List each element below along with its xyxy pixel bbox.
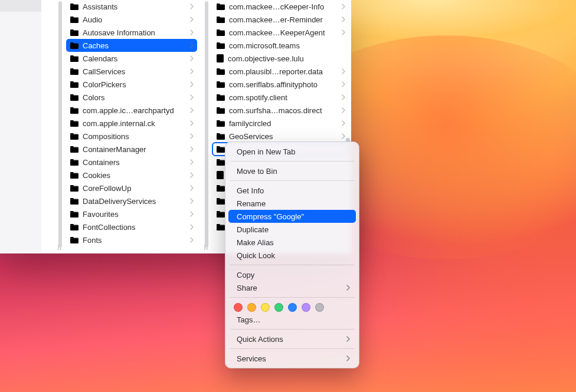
folder-icon	[70, 172, 79, 179]
chevron-right-icon	[190, 4, 194, 9]
menu-item[interactable]: Quick Actions	[228, 332, 356, 345]
context-menu: Open in New TabMove to BinGet InfoRename…	[225, 141, 359, 368]
list-item-label: ColorPickers	[83, 80, 186, 89]
chevron-right-icon	[346, 355, 350, 361]
menu-separator	[230, 329, 354, 330]
chevron-right-icon	[190, 224, 194, 230]
menu-item[interactable]: Compress "Google"	[228, 210, 356, 223]
folder-icon	[216, 133, 225, 140]
menu-item[interactable]: Open in New Tab	[228, 145, 356, 158]
tag-orange[interactable]	[247, 303, 256, 312]
chevron-right-icon	[342, 4, 345, 9]
list-item[interactable]: CallServices	[66, 65, 197, 78]
menu-item[interactable]: Copy	[228, 268, 356, 281]
menu-item[interactable]: Get Info	[228, 184, 356, 197]
list-item[interactable]: Caches	[66, 39, 197, 52]
resize-handle-icon[interactable]: ||	[58, 243, 62, 250]
list-item-label: com.microsoft.teams	[229, 41, 345, 50]
chevron-right-icon	[346, 336, 350, 342]
folder-icon	[70, 16, 79, 24]
list-item-label: com.objective-see.lulu	[228, 54, 345, 63]
list-item[interactable]: GeoServices	[212, 130, 349, 143]
menu-item-label: Make Alias	[237, 238, 274, 247]
tag-blue[interactable]	[288, 303, 297, 312]
list-item-label: Containers	[83, 158, 186, 167]
list-item[interactable]: Audio	[66, 13, 197, 26]
folder-icon	[70, 3, 79, 11]
folder-icon	[70, 42, 79, 50]
menu-item[interactable]: Quick Look	[228, 249, 356, 262]
tags-row	[225, 301, 359, 313]
chevron-right-icon	[190, 17, 194, 22]
list-item[interactable]: Containers	[66, 156, 197, 169]
menu-item[interactable]: Rename	[228, 197, 356, 210]
list-item[interactable]: Favourites	[66, 207, 197, 220]
folder-icon	[216, 120, 225, 127]
list-item-label: Autosave Information	[83, 28, 186, 37]
list-item[interactable]: com.mackee…KeeperAgent	[212, 26, 349, 39]
menu-item-label: Tags…	[237, 315, 260, 324]
list-item-label: FontCollections	[83, 223, 186, 232]
tag-red[interactable]	[234, 303, 243, 312]
folder-icon	[70, 120, 79, 127]
list-item[interactable]: DataDeliveryServices	[66, 195, 197, 207]
list-item[interactable]: Colors	[66, 91, 197, 104]
list-item[interactable]: com.objective-see.lulu	[212, 52, 349, 65]
menu-item-label: Open in New Tab	[237, 147, 296, 156]
finder-column-0-selected-row[interactable]	[0, 0, 41, 12]
list-item[interactable]: com.spotify.client	[212, 91, 349, 104]
list-item-label: DataDeliveryServices	[83, 197, 186, 206]
menu-item[interactable]: Move to Bin	[228, 164, 356, 177]
list-item[interactable]: Calendars	[66, 52, 197, 65]
menu-separator	[230, 180, 354, 181]
list-item-label: com.seriflabs.affinityphoto	[229, 80, 338, 89]
list-item[interactable]: Compositions	[66, 130, 197, 143]
tag-yellow[interactable]	[261, 303, 270, 312]
menu-item[interactable]: Share	[228, 281, 356, 294]
list-item[interactable]: com.mackee…cKeeper-Info	[212, 0, 349, 13]
resize-handle-icon[interactable]: ||	[204, 243, 208, 250]
folder-icon	[216, 159, 225, 166]
list-item[interactable]: FontCollections	[66, 220, 197, 233]
list-item[interactable]: Autosave Information	[66, 26, 197, 39]
list-item[interactable]: com.apple.internal.ck	[66, 117, 197, 130]
list-item[interactable]: CoreFollowUp	[66, 182, 197, 195]
folder-icon	[216, 185, 225, 192]
folder-icon	[70, 81, 79, 88]
list-item[interactable]: familycircled	[212, 117, 349, 130]
list-item[interactable]: Fonts	[66, 233, 197, 246]
menu-item[interactable]: Duplicate	[228, 223, 356, 236]
finder-column-0	[0, 0, 41, 253]
chevron-right-icon	[190, 159, 194, 165]
menu-item-label: Copy	[237, 271, 254, 279]
tag-purple[interactable]	[302, 303, 310, 312]
folder-icon	[70, 68, 79, 75]
tag-gray[interactable]	[315, 303, 324, 312]
chevron-right-icon	[342, 133, 345, 139]
list-item[interactable]: com.surfsha…macos.direct	[212, 104, 349, 117]
list-item[interactable]: com.apple.ic…earchpartyd	[66, 104, 197, 117]
list-item[interactable]: ContainerManager	[66, 143, 197, 156]
chevron-right-icon	[342, 94, 345, 100]
tag-green[interactable]	[274, 303, 283, 312]
menu-separator	[230, 265, 354, 265]
list-item-label: Cookies	[83, 171, 186, 180]
chevron-right-icon	[190, 29, 194, 35]
column-divider[interactable]: ||	[199, 0, 210, 253]
column-divider[interactable]: ||	[41, 0, 64, 253]
list-item[interactable]: com.mackee…er-Reminder	[212, 13, 349, 26]
folder-icon	[216, 81, 225, 88]
list-item[interactable]: com.seriflabs.affinityphoto	[212, 78, 349, 91]
chevron-right-icon	[342, 29, 345, 35]
list-item[interactable]: com.plausibl…reporter.data	[212, 65, 349, 78]
menu-item[interactable]: Tags…	[228, 313, 356, 326]
list-item-label: com.mackee…er-Reminder	[229, 15, 338, 24]
menu-item[interactable]: Services	[228, 352, 356, 365]
menu-item[interactable]: Make Alias	[228, 236, 356, 249]
file-icon	[216, 170, 224, 180]
menu-separator	[230, 297, 354, 298]
list-item[interactable]: ColorPickers	[66, 78, 197, 91]
list-item[interactable]: Assistants	[66, 0, 197, 13]
list-item[interactable]: Cookies	[66, 169, 197, 182]
list-item[interactable]: com.microsoft.teams	[212, 39, 349, 52]
